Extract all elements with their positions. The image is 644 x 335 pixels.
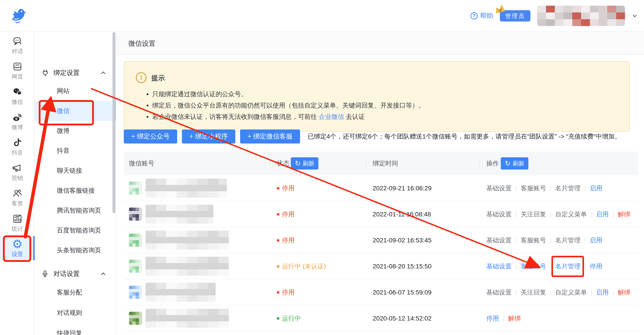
account-avatar-blurred bbox=[129, 208, 142, 221]
bind-button-绑定微信客服[interactable]: + 绑定微信客服 bbox=[240, 130, 300, 144]
action-link-基础设置[interactable]: 基础设置 bbox=[486, 288, 512, 297]
help-button[interactable]: ? 帮助 bbox=[470, 11, 493, 20]
nav-item-抖音[interactable]: 抖音 bbox=[35, 141, 116, 161]
action-link-启用[interactable]: 启用 bbox=[590, 236, 602, 245]
admin-badge-label: 管理员 bbox=[505, 12, 525, 20]
help-icon: ? bbox=[470, 12, 478, 20]
nav-item-头条智能咨询页[interactable]: 头条智能咨询页 bbox=[35, 240, 116, 260]
mosaic-block bbox=[129, 240, 132, 244]
mosaic-block bbox=[555, 12, 564, 19]
action-link-基础设置[interactable]: 基础设置 bbox=[486, 210, 512, 219]
mosaic-block bbox=[136, 192, 139, 195]
mosaic-block bbox=[156, 309, 166, 315]
action-link-停用[interactable]: 停用 bbox=[486, 314, 499, 323]
sidebar-item-统计[interactable]: 统计 bbox=[0, 211, 34, 235]
action-link-启用[interactable]: 启用 bbox=[596, 288, 609, 297]
sidebar-item-客资[interactable]: 客资 bbox=[0, 186, 34, 210]
nav-item-腾讯智能咨询页[interactable]: 腾讯智能咨询页 bbox=[35, 200, 116, 220]
sidebar-item-label: 微信 bbox=[12, 98, 23, 106]
nav-group-对话设置[interactable]: 对话设置 bbox=[35, 267, 116, 281]
bind-button-绑定小程序[interactable]: + 绑定小程序 bbox=[182, 130, 235, 144]
nav-item-快捷回复[interactable]: 快捷回复 bbox=[35, 323, 116, 335]
action-link-解绑[interactable]: 解绑 bbox=[618, 288, 630, 297]
mosaic-block bbox=[136, 244, 139, 247]
admin-badge[interactable]: 管理员 bbox=[500, 10, 530, 22]
mosaic-block bbox=[187, 243, 198, 250]
sidebar-item-设置[interactable]: ⚙设置 bbox=[0, 236, 34, 260]
nav-item-微信[interactable]: 微信 bbox=[35, 101, 116, 121]
enterprise-wechat-link[interactable]: 企业微信 bbox=[319, 113, 344, 120]
nav-item-百度智能咨询页[interactable]: 百度智能咨询页 bbox=[35, 220, 116, 240]
action-link-客服账号[interactable]: 客服账号 bbox=[521, 262, 546, 271]
action-link-自定义菜单[interactable]: 自定义菜单 bbox=[555, 210, 587, 219]
nav-item-对话规则[interactable]: 对话规则 bbox=[35, 303, 116, 323]
action-link-解绑[interactable]: 解绑 bbox=[618, 210, 630, 219]
action-link-名片管理[interactable]: 名片管理 bbox=[555, 236, 580, 245]
mosaic-block bbox=[208, 243, 218, 250]
mosaic-block bbox=[187, 231, 198, 237]
customers-icon bbox=[12, 188, 23, 199]
action-link-名片管理[interactable]: 名片管理 bbox=[555, 184, 580, 192]
mosaic-block bbox=[177, 257, 187, 263]
caret-up-icon[interactable] bbox=[100, 271, 106, 277]
refresh-button-操作[interactable]: ↻刷新 bbox=[501, 157, 528, 170]
action-link-基础设置[interactable]: 基础设置 bbox=[486, 184, 512, 192]
mosaic-block bbox=[132, 182, 136, 185]
mosaic-block bbox=[198, 243, 208, 250]
action-link-客服账号[interactable]: 客服账号 bbox=[521, 236, 546, 245]
mic-icon bbox=[41, 270, 49, 278]
nav-item-网站[interactable]: 网站 bbox=[35, 81, 116, 101]
action-separator: | bbox=[503, 315, 504, 322]
user-account-blurred[interactable] bbox=[537, 6, 625, 26]
mosaic-block bbox=[132, 185, 136, 188]
caret-up-icon[interactable] bbox=[100, 70, 106, 76]
mosaic-block bbox=[156, 178, 166, 185]
refresh-button-状态[interactable]: ↻刷新 bbox=[291, 157, 318, 170]
action-link-启用[interactable]: 启用 bbox=[596, 210, 609, 219]
action-link-基础设置[interactable]: 基础设置 bbox=[486, 236, 512, 245]
app-logo-bird-icon[interactable] bbox=[8, 6, 28, 25]
mosaic-block bbox=[564, 12, 572, 19]
sidebar-item-营销[interactable]: 营销 bbox=[0, 160, 34, 184]
nav-item-客服分配[interactable]: 客服分配 bbox=[35, 282, 116, 302]
mosaic-block bbox=[132, 244, 136, 247]
mosaic-block bbox=[132, 211, 136, 214]
mosaic-block bbox=[132, 188, 136, 192]
mosaic-block bbox=[198, 315, 208, 322]
mosaic-block bbox=[139, 292, 142, 296]
mosaic-block bbox=[139, 192, 142, 195]
nav-item-聊天链接[interactable]: 聊天链接 bbox=[35, 161, 116, 181]
action-link-名片管理[interactable]: 名片管理 bbox=[555, 262, 580, 271]
sidebar-item-网页[interactable]: 网页 bbox=[0, 58, 34, 83]
nav-item-微信客服链接[interactable]: 微信客服链接 bbox=[35, 181, 116, 200]
mosaic-block bbox=[129, 296, 132, 299]
action-link-关注回复[interactable]: 关注回复 bbox=[521, 288, 546, 297]
mosaic-block bbox=[208, 315, 218, 322]
mosaic-block bbox=[546, 12, 555, 19]
nav-item-微博[interactable]: 微博 bbox=[35, 121, 116, 141]
action-link-停用[interactable]: 停用 bbox=[590, 262, 602, 271]
action-link-关注回复[interactable]: 关注回复 bbox=[521, 210, 546, 219]
bound-time: 2022-01-11 16:08:48 bbox=[373, 201, 431, 227]
page-title: 微信设置 bbox=[128, 32, 156, 54]
sidebar-item-微信[interactable]: 微信 bbox=[0, 84, 34, 108]
mosaic-block bbox=[208, 237, 218, 243]
nav-group-绑定设置[interactable]: 绑定设置 bbox=[35, 66, 116, 80]
mosaic-block bbox=[129, 244, 132, 247]
chevron-down-icon[interactable] bbox=[632, 13, 638, 19]
bind-button-绑定公众号[interactable]: + 绑定公众号 bbox=[124, 130, 177, 144]
sidebar-item-对话[interactable]: 对话 bbox=[0, 33, 34, 58]
action-link-自定义菜单[interactable]: 自定义菜单 bbox=[555, 288, 587, 297]
sidebar-item-抖音[interactable]: 抖音 bbox=[0, 135, 34, 159]
action-link-启用[interactable]: 启用 bbox=[590, 184, 602, 192]
action-link-基础设置[interactable]: 基础设置 bbox=[486, 262, 512, 271]
action-link-客服账号[interactable]: 客服账号 bbox=[521, 184, 546, 192]
mosaic-block bbox=[136, 286, 139, 289]
action-link-解绑[interactable]: 解绑 bbox=[508, 314, 521, 323]
mosaic-block bbox=[208, 185, 218, 191]
page-titlebar: 微信设置 bbox=[116, 32, 644, 54]
mosaic-block bbox=[166, 263, 177, 269]
sidebar-item-微博[interactable]: 微博 bbox=[0, 109, 34, 134]
mosaic-block bbox=[156, 296, 166, 302]
sidebar-scrollbar[interactable] bbox=[112, 32, 116, 213]
